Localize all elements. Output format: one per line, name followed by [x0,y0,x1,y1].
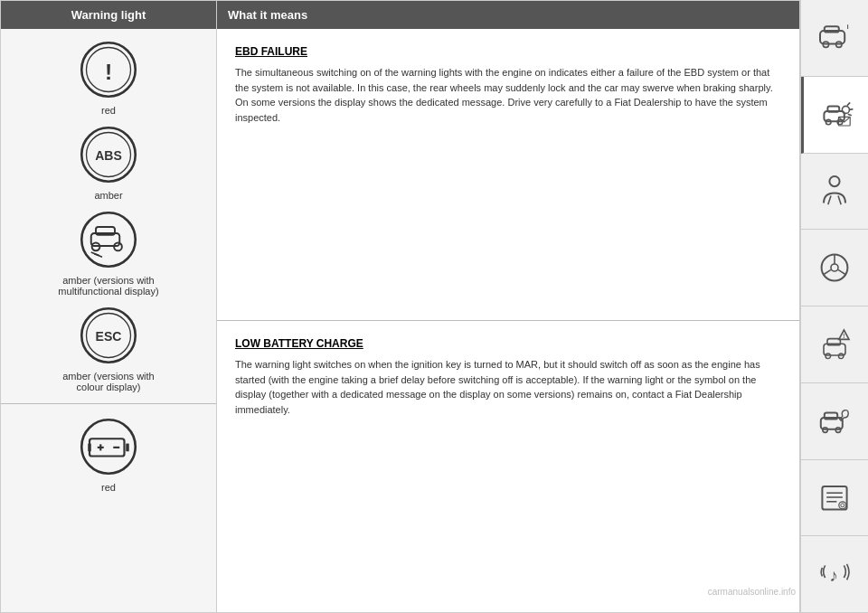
svg-line-38 [828,196,831,205]
svg-text:i: i [847,23,849,31]
warning-light-nav-icon [818,97,854,133]
car-tools-icon [816,403,853,439]
warning-column: Warning light ! red ABS amber [0,0,217,613]
warning-divider [1,403,216,404]
steering-wheel-icon [816,250,853,286]
icon-label-amber3: amber (versions with colour display) [54,371,163,392]
svg-line-34 [847,114,851,116]
nav-item-settings-list[interactable] [801,460,868,537]
esc-icon: ESC [77,304,140,367]
main-container: Warning light ! red ABS amber [0,0,868,613]
nav-item-warning-light[interactable] [801,77,868,154]
icon-block-abs: ABS amber [77,123,140,201]
ebd-section: EBD FAILURE The simultaneous switching o… [217,29,799,321]
nav-item-car-info[interactable]: i [801,0,868,77]
svg-line-32 [847,102,850,105]
svg-text:!: ! [843,333,844,339]
battery-text: The warning light switches on when the i… [235,357,781,417]
battery-icon [77,415,140,478]
right-sidebar: i [800,0,868,613]
svg-line-43 [823,270,831,276]
svg-text:!: ! [105,60,112,84]
icon-block-exclamation: ! red [77,38,140,116]
ebd-text: The simultaneous switching on of the war… [235,65,781,125]
svg-point-37 [829,176,839,186]
battery-title: LOW BATTERY CHARGE [235,337,781,350]
svg-point-35 [842,106,849,113]
triangle-warning-icon: ! [816,326,853,363]
svg-rect-29 [827,106,839,111]
car-info-icon: i [816,20,853,56]
icon-label-red1: red [101,105,116,116]
content-header: What it means [217,1,799,29]
nav-item-triangle-warning[interactable]: ! [801,306,868,383]
settings-list-icon [816,479,853,515]
person-icon [816,173,853,209]
nav-item-steering[interactable] [801,230,868,306]
svg-point-59 [839,502,846,509]
warning-icons-area: ! red ABS amber [1,29,216,612]
car-skid-icon [77,208,140,271]
icon-label-amber2: amber (versions with multifunctional dis… [54,275,163,297]
svg-rect-24 [825,26,839,32]
nav-item-service[interactable] [801,154,868,231]
icon-block-car-skid: amber (versions with multifunctional dis… [54,208,163,297]
content-column: What it means EBD FAILURE The simultaneo… [217,0,800,613]
exclamation-icon: ! [77,38,140,101]
icon-block-esc: ESC amber (versions with colour display) [54,304,163,392]
nav-item-media[interactable]: ♪ [801,536,868,613]
icon-block-battery: red [77,415,140,493]
ebd-title: EBD FAILURE [235,45,781,58]
abs-icon: ABS [77,123,140,186]
media-icon: ♪ [816,556,853,592]
battery-section: LOW BATTERY CHARGE The warning light swi… [217,321,799,612]
svg-text:ABS: ABS [95,148,122,163]
warning-light-header: Warning light [1,1,216,29]
svg-point-6 [81,212,136,267]
svg-rect-18 [88,444,91,452]
svg-text:ESC: ESC [96,329,122,344]
icon-label-red2: red [101,482,116,493]
svg-point-41 [831,264,838,271]
svg-rect-19 [126,444,129,452]
watermark: carmanualsonline.info [708,587,796,597]
nav-item-car-tools[interactable] [801,383,868,460]
icon-label-amber1: amber [94,190,122,201]
svg-text:♪: ♪ [829,566,838,585]
content-body: EBD FAILURE The simultaneous switching o… [217,29,799,612]
svg-line-39 [838,196,841,205]
svg-line-44 [838,270,846,276]
